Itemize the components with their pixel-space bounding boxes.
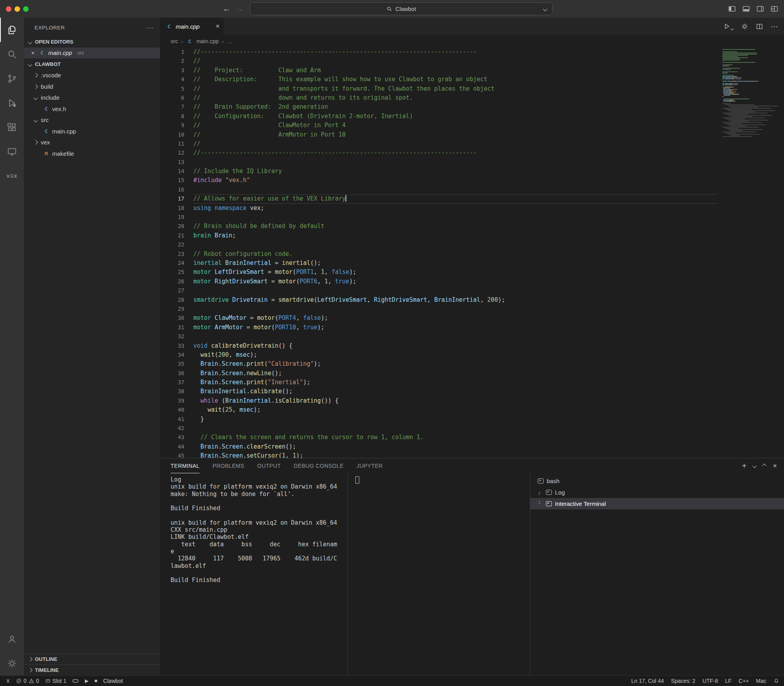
code-line[interactable]: 23// Robot configuration code. (160, 250, 717, 259)
code-line[interactable]: 27 (160, 286, 717, 295)
encoding-status[interactable]: UTF-8 (702, 678, 718, 684)
project-name[interactable]: Clawbot (103, 678, 123, 684)
tree-item-main-cpp[interactable]: Cmain.cpp (24, 126, 160, 137)
open-editors-header[interactable]: OPEN EDITORS (24, 36, 160, 47)
code-line[interactable]: 1//-------------------------------------… (160, 47, 717, 57)
code-line[interactable]: 11// (160, 139, 717, 148)
code-line[interactable]: 31motor ArmMotor = motor(PORT10, true); (160, 323, 717, 332)
tree-item-vex[interactable]: vex (24, 137, 160, 148)
eol-status[interactable]: LF (725, 678, 731, 684)
tree-item-vex-h[interactable]: Cvex.h (24, 103, 160, 115)
code-line[interactable]: 43 // Clears the screen and returns the … (160, 433, 717, 442)
code-line[interactable]: 33void calibrateDrivetrain() { (160, 341, 717, 350)
minimap[interactable] (721, 49, 781, 458)
nav-forward-icon[interactable]: → (236, 4, 244, 13)
code-line[interactable]: 24inertial BrainInertial = inertial(); (160, 259, 717, 268)
indentation-status[interactable]: Spaces: 2 (671, 678, 695, 684)
tab-main-cpp[interactable]: C main.cpp × (160, 18, 224, 35)
breadcrumb-item[interactable]: main.cpp (196, 38, 219, 44)
activity-source-control[interactable] (0, 66, 24, 91)
panel-tab-jupyter[interactable]: JUPYTER (357, 458, 383, 473)
code-line[interactable]: 35 Brain.Screen.print("Calibrating"); (160, 359, 717, 369)
code-line[interactable]: 13 (160, 158, 717, 167)
code-line[interactable]: 34 wait(200, msec); (160, 350, 717, 359)
vex-controller-button[interactable] (72, 678, 79, 684)
tree-item--vscode[interactable]: .vscode (24, 70, 160, 81)
breadcrumb[interactable]: src›Cmain.cpp›… (160, 35, 784, 47)
terminal-output-pane[interactable]: Logunix build for platform vexiq2 on Dar… (160, 473, 347, 675)
tree-item-src[interactable]: src (24, 115, 160, 126)
code-line[interactable]: 45 Brain.Screen.setCursor(1, 1); (160, 451, 717, 458)
code-line[interactable]: 40 wait(25, msec); (160, 405, 717, 414)
maximize-panel-icon[interactable] (762, 463, 767, 468)
split-editor-icon[interactable] (756, 23, 763, 30)
panel-tab-debug-console[interactable]: DEBUG CONSOLE (294, 458, 344, 473)
zoom-window-button[interactable] (23, 6, 29, 12)
problems-status[interactable]: 0 0 (16, 678, 39, 684)
toggle-primary-sidebar-icon[interactable] (728, 5, 736, 13)
tree-item-include[interactable]: include (24, 92, 160, 104)
close-editor-icon[interactable]: × (30, 49, 36, 56)
terminal-dropdown-icon[interactable] (753, 463, 757, 468)
panel-tab-terminal[interactable]: TERMINAL (171, 458, 200, 473)
activity-settings[interactable] (0, 651, 24, 675)
interactive-terminal-pane[interactable] (347, 473, 530, 675)
close-panel-icon[interactable]: × (773, 462, 777, 470)
panel-tab-output[interactable]: OUTPUT (257, 458, 281, 473)
code-line[interactable]: 30motor ClawMotor = motor(PORT4, false); (160, 314, 717, 323)
minimize-window-button[interactable] (15, 6, 20, 12)
code-line[interactable]: 8// Configuration: Clawbot (Drivetrain 2… (160, 112, 717, 121)
code-line[interactable]: 7// Brain Supported: 2nd generation (160, 102, 717, 111)
code-editor[interactable]: 1//-------------------------------------… (160, 47, 784, 458)
outline-section-header[interactable]: OUTLINE (24, 653, 160, 664)
code-line[interactable]: 32 (160, 332, 717, 341)
code-line[interactable]: 21brain Brain; (160, 231, 717, 240)
code-line[interactable]: 3// Project: Claw and Arm (160, 66, 717, 75)
terminal-list-item-bash[interactable]: bash (530, 475, 784, 487)
open-editor-item[interactable]: ×Cmain.cppsrc (24, 47, 160, 59)
activity-explorer[interactable] (0, 18, 24, 42)
code-line[interactable]: 36 Brain.Screen.newLine(); (160, 369, 717, 378)
code-line[interactable]: 42 (160, 424, 717, 433)
code-line[interactable]: 26motor RightDriveSmart = motor(PORT6, 1… (160, 277, 717, 286)
code-line[interactable]: 15#include "vex.h" (160, 176, 717, 185)
code-line[interactable]: 12//------------------------------------… (160, 148, 717, 157)
new-terminal-button[interactable]: + (742, 462, 747, 470)
code-line[interactable]: 44 Brain.Screen.clearScreen(); (160, 442, 717, 451)
activity-run-debug[interactable] (0, 91, 24, 115)
remote-indicator[interactable] (5, 678, 10, 684)
more-actions-icon[interactable]: ⋯ (771, 22, 779, 31)
code-line[interactable]: 6// down and returns to its original spo… (160, 93, 717, 102)
run-project-button[interactable]: ▶ (85, 678, 88, 684)
breadcrumb-item[interactable]: … (227, 38, 232, 44)
code-line[interactable]: 17// Allows for easier use of the VEX Li… (160, 194, 717, 203)
code-line[interactable]: 29 (160, 305, 717, 314)
notifications-bell[interactable] (773, 678, 779, 684)
stop-project-button[interactable]: ■ (95, 678, 97, 684)
panel-tab-problems[interactable]: PROBLEMS (213, 458, 244, 473)
code-line[interactable]: 5// and transports it forward. The Clawb… (160, 84, 717, 93)
code-line[interactable]: 20// Brain should be defined by default (160, 222, 717, 231)
code-line[interactable]: 28smartdrive Drivetrain = smartdrive(Lef… (160, 296, 717, 305)
code-line[interactable]: 22 (160, 240, 717, 249)
activity-search[interactable] (0, 42, 24, 66)
more-actions-icon[interactable]: ··· (146, 24, 154, 32)
command-center[interactable]: Clawbot (250, 2, 553, 15)
workspace-folder-header[interactable]: CLAWBOT (24, 58, 160, 70)
code-line[interactable]: 14// Include the IQ Library (160, 167, 717, 176)
keymap-status[interactable]: Mac (756, 678, 766, 684)
activity-account[interactable] (0, 627, 24, 651)
activity-vex[interactable]: v≡x (0, 164, 24, 188)
terminal-list-item-interactive-terminal[interactable]: └Interactive Terminal (530, 498, 784, 509)
tree-item-build[interactable]: build (24, 81, 160, 92)
code-line[interactable]: 25motor LeftDriveSmart = motor(PORT1, 1,… (160, 268, 717, 277)
code-line[interactable]: 38 BrainInertial.calibrate(); (160, 387, 717, 396)
terminal-list-item-log[interactable]: ┌Log (530, 487, 784, 498)
code-line[interactable]: 16 (160, 185, 717, 194)
timeline-section-header[interactable]: TIMELINE (24, 664, 160, 675)
close-tab-icon[interactable]: × (216, 22, 220, 30)
code-line[interactable]: 41 } (160, 415, 717, 424)
close-window-button[interactable] (6, 6, 11, 12)
activity-extensions[interactable] (0, 115, 24, 139)
toggle-panel-icon[interactable] (742, 5, 750, 13)
